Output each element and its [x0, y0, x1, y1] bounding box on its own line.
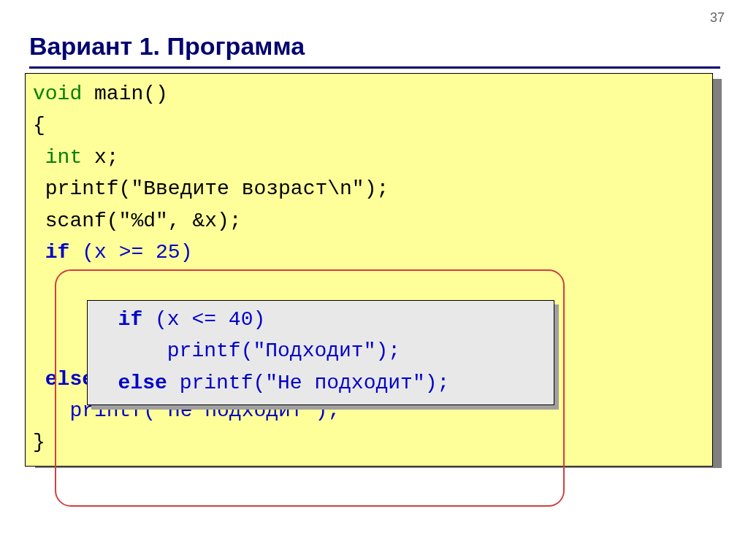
keyword-if: if — [45, 241, 70, 264]
code-line-3: int x; — [33, 142, 705, 173]
inner-line-2: printf("Подходит"); — [94, 335, 548, 367]
page-number: 37 — [710, 10, 725, 26]
inner-line-3: else printf("Не подходит"); — [94, 367, 548, 399]
code-line-5: scanf("%d", &x); — [33, 205, 705, 237]
slide: 37 Вариант 1. Программа void main() { in… — [0, 0, 748, 560]
code-condition: (x >= 25) — [69, 241, 192, 264]
code-line-4: printf("Введите возраст\n"); — [33, 173, 705, 204]
code-line-2: { — [33, 110, 705, 141]
code-line-6: if (x >= 25) — [33, 237, 705, 268]
slide-title: Вариант 1. Программа — [29, 32, 723, 61]
code-indent — [33, 368, 45, 391]
code-block-shadow: void main() { int x; printf("Введите воз… — [29, 73, 720, 467]
code-text: printf("Не подходит"); — [167, 372, 449, 394]
code-text: x; — [82, 146, 118, 169]
code-indent — [94, 372, 118, 394]
keyword-void: void — [33, 83, 82, 105]
inner-code-block: if (x <= 40) printf("Подходит"); else pr… — [87, 300, 554, 405]
keyword-if: if — [118, 308, 143, 331]
code-line-blank-7 — [33, 268, 705, 299]
keyword-int: int — [45, 146, 82, 169]
code-line-1: void main() — [33, 78, 705, 110]
code-block: void main() { int x; printf("Введите воз… — [25, 73, 713, 467]
code-indent — [33, 241, 45, 264]
code-indent — [33, 146, 45, 169]
code-indent — [94, 308, 118, 331]
code-line-12: } — [33, 426, 705, 458]
keyword-else: else — [118, 372, 167, 394]
code-text: main() — [82, 83, 168, 105]
inner-line-1: if (x <= 40) — [94, 304, 548, 335]
code-condition: (x <= 40) — [142, 308, 265, 331]
title-rule — [29, 66, 720, 69]
